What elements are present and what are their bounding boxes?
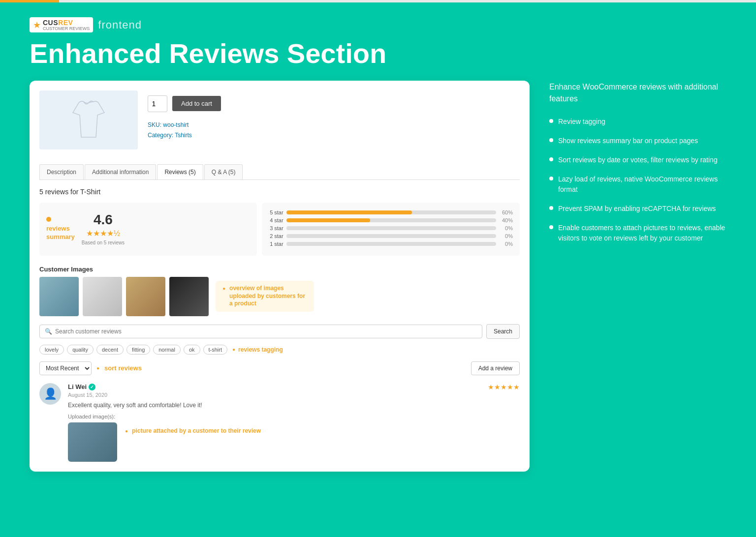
tag-quality[interactable]: quality — [67, 345, 94, 355]
summary-stars: ★★★★½ — [82, 229, 125, 238]
summary-label-col: reviewssummary — [46, 217, 75, 241]
reviewer-name-row: Li Wei ✓ ★★★★★ — [68, 383, 520, 391]
tag-decent[interactable]: decent — [96, 345, 124, 355]
add-to-cart-button[interactable]: Add to cart — [172, 96, 221, 111]
bar-label-3: 3 star — [269, 225, 284, 231]
feature-item-2: Sort reviews by date or votes, filter re… — [549, 155, 726, 165]
customer-image-2[interactable] — [83, 277, 122, 316]
reviewer-name-text: Li Wei — [68, 383, 87, 390]
tab-additional-info[interactable]: Additional information — [85, 164, 156, 179]
summary-right: 5 star 60% 4 star 40% 3 st — [262, 203, 520, 256]
summary-score-value: 4.6 — [82, 213, 125, 227]
feature-bullet-icon-5 — [549, 225, 553, 229]
right-description: Enhance WooCommerce reviews with additio… — [549, 81, 726, 105]
bar-label-1: 1 star — [269, 241, 284, 247]
logo-star-icon: ★ — [33, 20, 41, 30]
sort-bullet-icon: ● — [96, 365, 99, 371]
tag-lovely[interactable]: lovely — [39, 345, 64, 355]
summary-label-text: reviewssummary — [46, 225, 75, 241]
customer-images-row: ● overview of images uploaded by custome… — [39, 277, 520, 316]
uploaded-label: Uploaded image(s): — [68, 414, 520, 419]
review-stars: ★★★★★ — [488, 383, 520, 391]
customer-image-3[interactable] — [126, 277, 165, 316]
sort-select[interactable]: Most Recent — [39, 361, 92, 375]
review-content: Li Wei ✓ ★★★★★ August 15, 2020 Excellent… — [68, 383, 520, 462]
add-review-button[interactable]: Add a review — [471, 361, 520, 375]
bar-label-4: 4 star — [269, 217, 284, 223]
product-details: 1 Add to cart SKU: woo-tshirt Category: … — [148, 90, 520, 149]
tag-fitting[interactable]: fitting — [126, 345, 150, 355]
features-list: Review tagging Show reviews summary bar … — [549, 117, 726, 243]
feature-item-4: Prevent SPAM by enabling reCAPTCHA for r… — [549, 204, 726, 214]
tag-ok[interactable]: ok — [184, 345, 200, 355]
bar-track-3 — [286, 226, 496, 230]
reviewer-name: Li Wei ✓ — [68, 383, 95, 390]
search-input-wrap: 🔍 — [39, 325, 482, 338]
customer-images-label: Customer Images — [39, 266, 520, 273]
feature-bullet-icon-0 — [549, 119, 553, 123]
bar-fill-5 — [286, 210, 412, 214]
customer-image-1[interactable] — [39, 277, 79, 316]
tab-reviews[interactable]: Reviews (5) — [157, 164, 203, 179]
feature-bullet-icon-2 — [549, 157, 553, 161]
tags-callout-bullet-icon: ● — [232, 347, 235, 352]
search-reviews-input[interactable] — [55, 328, 477, 335]
feature-bullet-icon-4 — [549, 206, 553, 210]
feature-item-1: Show reviews summary bar on product page… — [549, 136, 726, 146]
picture-callout: ● picture attached by a customer to thei… — [125, 422, 261, 434]
customer-images-section: Customer Images ● overview of images upl… — [39, 266, 520, 316]
product-preview-card: 1 Add to cart SKU: woo-tshirt Category: … — [30, 81, 530, 472]
bar-track-5 — [286, 210, 496, 214]
left-panel: ★ CUSREV CUSTOMER REVIEWS frontend Enhan… — [30, 17, 530, 472]
product-tshirt-svg — [69, 98, 108, 142]
bar-row-5star: 5 star 60% — [269, 209, 513, 215]
product-top: 1 Add to cart SKU: woo-tshirt Category: … — [39, 90, 520, 154]
logo-text: CUSREV CUSTOMER REVIEWS — [43, 19, 90, 31]
bar-row-1star: 1 star 0% — [269, 241, 513, 247]
tags-callout: ● reviews tagging — [232, 346, 283, 353]
review-image-wrap: ● picture attached by a customer to thei… — [68, 422, 520, 462]
feature-item-3: Lazy load of reviews, native WooCommerce… — [549, 174, 726, 195]
bar-row-2star: 2 star 0% — [269, 233, 513, 239]
category-value: Tshirts — [175, 132, 192, 139]
tab-qa[interactable]: Q & A (5) — [204, 164, 243, 179]
main-container: ★ CUSREV CUSTOMER REVIEWS frontend Enhan… — [0, 2, 756, 491]
feature-text-1: Show reviews summary bar on product page… — [558, 136, 698, 146]
product-meta: SKU: woo-tshirt Category: Tshirts — [148, 120, 520, 141]
sort-label: sort reviews — [104, 364, 142, 372]
tag-normal[interactable]: normal — [153, 345, 181, 355]
callout-bullet-icon: ● — [222, 286, 225, 291]
bar-label-5: 5 star — [269, 209, 284, 215]
reviews-summary-section: reviewssummary 4.6 ★★★★½ Based on 5 revi… — [39, 203, 520, 256]
feature-item-5: Enable customers to attach pictures to r… — [549, 223, 726, 243]
tab-description[interactable]: Description — [39, 164, 84, 179]
tag-tshirt[interactable]: t-shirt — [203, 345, 228, 355]
summary-left: reviewssummary 4.6 ★★★★½ Based on 5 revi… — [39, 203, 257, 256]
bar-pct-4: 40% — [499, 217, 513, 223]
summary-based-on: Based on 5 reviews — [82, 240, 125, 245]
logo-badge: ★ CUSREV CUSTOMER REVIEWS — [30, 17, 93, 32]
feature-item-0: Review tagging — [549, 117, 726, 127]
bar-pct-2: 0% — [499, 233, 513, 239]
summary-score-col: 4.6 ★★★★½ Based on 5 reviews — [82, 213, 125, 245]
reviews-count: 5 reviews for T-Shirt — [39, 188, 520, 196]
bar-row-4star: 4 star 40% — [269, 217, 513, 223]
bar-row-3star: 3 star 0% — [269, 225, 513, 231]
search-reviews-button[interactable]: Search — [486, 324, 520, 339]
review-item: 👤 Li Wei ✓ ★★★★★ August 15, 2020 Excelle… — [39, 383, 520, 462]
summary-bullet-icon — [46, 217, 51, 222]
review-customer-image[interactable] — [68, 422, 117, 462]
feature-bullet-icon-1 — [549, 138, 553, 142]
search-magnifier-icon: 🔍 — [45, 328, 52, 335]
customer-image-4[interactable] — [169, 277, 209, 316]
feature-text-4: Prevent SPAM by enabling reCAPTCHA for r… — [558, 204, 716, 214]
bar-label-2: 2 star — [269, 233, 284, 239]
sku-value: woo-tshirt — [163, 121, 189, 128]
callout-text: overview of images uploaded by customers… — [229, 285, 307, 308]
logo-sub: CUSTOMER REVIEWS — [43, 27, 90, 31]
quantity-input[interactable]: 1 — [148, 95, 167, 112]
page-title: Enhanced Reviews Section — [30, 38, 530, 69]
bar-track-2 — [286, 234, 496, 238]
tabs-row: Description Additional information Revie… — [39, 164, 520, 180]
review-date: August 15, 2020 — [68, 392, 520, 398]
